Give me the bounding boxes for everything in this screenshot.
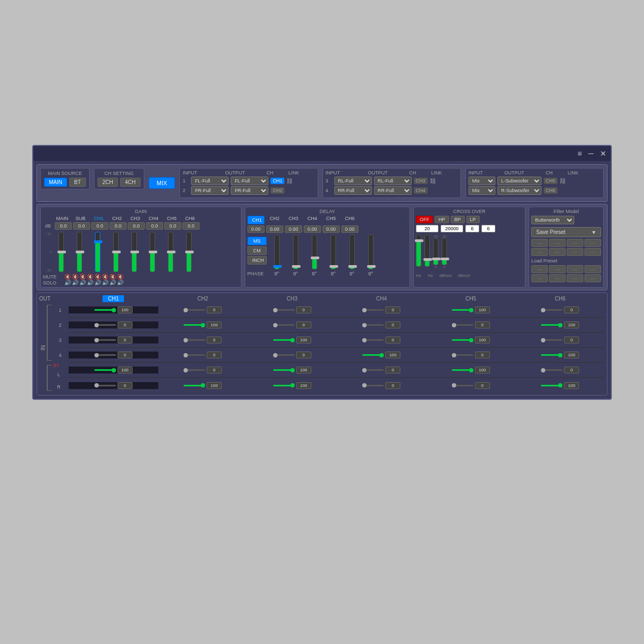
- matrix-val-1-6[interactable]: [564, 306, 579, 313]
- gain-val-ch4[interactable]: [146, 222, 163, 230]
- matrix-val-2-1[interactable]: [118, 321, 133, 328]
- mute-icon-main[interactable]: 🔇: [64, 274, 71, 280]
- matrix-cell-4-4[interactable]: [337, 352, 427, 358]
- matrix-cell-3-6[interactable]: [516, 336, 605, 343]
- matrix-val-btr-3[interactable]: [296, 382, 311, 389]
- matrix-cell-4-3[interactable]: [247, 352, 337, 358]
- save-preset-3[interactable]: ---: [567, 239, 583, 247]
- matrix-val-3-1[interactable]: [118, 336, 133, 343]
- delay-val-ch6[interactable]: [341, 225, 358, 233]
- save-preset-7[interactable]: ---: [567, 248, 583, 256]
- delay-val-ch3[interactable]: [285, 225, 302, 233]
- crossover-bp-btn[interactable]: BP: [451, 216, 465, 223]
- crossover-slope-high[interactable]: [481, 225, 495, 232]
- matrix-val-2-6[interactable]: [564, 321, 579, 328]
- load-preset-4[interactable]: ---: [584, 265, 601, 273]
- matrix-cell-2-3[interactable]: [247, 321, 337, 328]
- matrix-val-3-6[interactable]: [564, 336, 579, 343]
- matrix-val-4-1[interactable]: [118, 352, 133, 358]
- matrix-val-1-5[interactable]: [475, 306, 490, 313]
- io3-row2-input-select[interactable]: Mix: [469, 186, 495, 195]
- crossover-lp-btn[interactable]: LP: [466, 216, 480, 223]
- matrix-cell-btl-2[interactable]: [158, 367, 248, 374]
- io3-row2-output-select[interactable]: R-Subwoofer: [497, 186, 541, 195]
- delay-val-ch5[interactable]: [323, 225, 340, 233]
- matrix-val-2-3[interactable]: [296, 321, 311, 328]
- ch-setting-4ch-btn[interactable]: 4CH: [120, 178, 141, 187]
- mute-icon-ch4[interactable]: 🔇: [102, 274, 108, 280]
- matrix-cell-4-6[interactable]: [516, 352, 605, 358]
- matrix-val-btl-3[interactable]: [296, 367, 311, 374]
- crossover-slope-low[interactable]: [465, 225, 479, 232]
- matrix-val-4-3[interactable]: [296, 352, 311, 358]
- filter-model-select[interactable]: Butterworth Linkwitz-Riley Bessel: [531, 216, 574, 224]
- solo-icon-ch1[interactable]: 🔊: [79, 280, 86, 286]
- crossover-freq-low[interactable]: [416, 225, 438, 232]
- matrix-cell-btl-5[interactable]: [426, 367, 516, 374]
- matrix-cell-2-4[interactable]: [337, 321, 427, 328]
- save-preset-8[interactable]: ---: [584, 248, 601, 256]
- matrix-val-btl-6[interactable]: [564, 367, 579, 374]
- gain-val-ch1[interactable]: [91, 222, 108, 230]
- save-preset-button[interactable]: Save Preset ▼: [531, 227, 601, 237]
- solo-icon-sub[interactable]: 🔊: [72, 280, 78, 286]
- matrix-cell-3-5[interactable]: [426, 336, 516, 343]
- matrix-val-btl-1[interactable]: [118, 367, 133, 374]
- io3-row1-output-select[interactable]: L-Subwoofer: [497, 177, 541, 185]
- crossover-off-btn[interactable]: OFF: [416, 216, 433, 223]
- matrix-cell-2-6[interactable]: [516, 321, 605, 328]
- main-source-bt-btn[interactable]: BT: [69, 178, 86, 187]
- matrix-val-btl-5[interactable]: [475, 367, 490, 374]
- matrix-cell-2-2[interactable]: [158, 321, 248, 328]
- delay-cm-btn[interactable]: CM: [247, 246, 267, 255]
- matrix-cell-btr-2[interactable]: [158, 382, 248, 389]
- matrix-cell-4-2[interactable]: [158, 352, 248, 358]
- matrix-val-3-4[interactable]: [385, 336, 400, 343]
- mute-icon-sub[interactable]: 🔇: [72, 274, 78, 280]
- load-preset-6[interactable]: ---: [549, 274, 566, 282]
- matrix-val-1-4[interactable]: [385, 306, 400, 313]
- io2-row2-input-select[interactable]: RR-Full: [334, 186, 372, 195]
- matrix-ch4-label[interactable]: CH4: [337, 295, 427, 302]
- matrix-cell-btl-3[interactable]: [247, 367, 337, 374]
- matrix-val-4-2[interactable]: [207, 352, 222, 358]
- matrix-cell-4-5[interactable]: [426, 352, 516, 358]
- close-icon[interactable]: ✕: [600, 149, 606, 158]
- matrix-val-2-5[interactable]: [475, 321, 490, 328]
- io1-row1-input-select[interactable]: FL-Full: [191, 177, 229, 185]
- matrix-val-btr-6[interactable]: [564, 382, 579, 389]
- matrix-val-3-3[interactable]: [296, 336, 311, 343]
- load-preset-1[interactable]: ---: [531, 265, 548, 273]
- load-preset-8[interactable]: ---: [584, 274, 601, 282]
- matrix-cell-3-4[interactable]: [337, 336, 427, 343]
- solo-icon-ch4[interactable]: 🔊: [102, 280, 108, 286]
- matrix-val-1-3[interactable]: [296, 306, 311, 313]
- gain-val-ch2[interactable]: [109, 222, 127, 230]
- matrix-cell-3-3[interactable]: [247, 336, 337, 343]
- load-preset-7[interactable]: ---: [567, 274, 583, 282]
- save-preset-6[interactable]: ---: [549, 248, 566, 256]
- load-preset-2[interactable]: ---: [549, 265, 566, 273]
- matrix-cell-btl-4[interactable]: [337, 367, 427, 374]
- delay-ms-btn[interactable]: MS: [247, 237, 267, 245]
- load-preset-3[interactable]: ---: [567, 265, 583, 273]
- matrix-cell-btr-6[interactable]: [516, 382, 605, 389]
- mute-icon-ch2[interactable]: 🔇: [87, 274, 93, 280]
- matrix-cell-btr-3[interactable]: [247, 382, 337, 389]
- main-source-main-btn[interactable]: MAIN: [44, 178, 67, 187]
- save-preset-1[interactable]: ---: [531, 239, 548, 247]
- crossover-hp-btn[interactable]: HP: [435, 216, 449, 223]
- matrix-cell-3-2[interactable]: [158, 336, 248, 343]
- matrix-val-2-2[interactable]: [207, 321, 222, 328]
- matrix-cell-btr-1[interactable]: [69, 382, 158, 389]
- matrix-val-4-6[interactable]: [564, 352, 579, 358]
- matrix-cell-btr-4[interactable]: [337, 382, 427, 389]
- matrix-val-btr-1[interactable]: [118, 382, 133, 389]
- solo-icon-ch6[interactable]: 🔊: [117, 280, 123, 286]
- matrix-cell-1-3[interactable]: [247, 306, 337, 313]
- solo-icon-ch3[interactable]: 🔊: [94, 280, 101, 286]
- crossover-freq-high[interactable]: [441, 225, 463, 232]
- matrix-val-btr-5[interactable]: [475, 382, 490, 389]
- matrix-val-4-4[interactable]: [385, 352, 400, 358]
- mute-icon-ch1[interactable]: 🔇: [79, 274, 86, 280]
